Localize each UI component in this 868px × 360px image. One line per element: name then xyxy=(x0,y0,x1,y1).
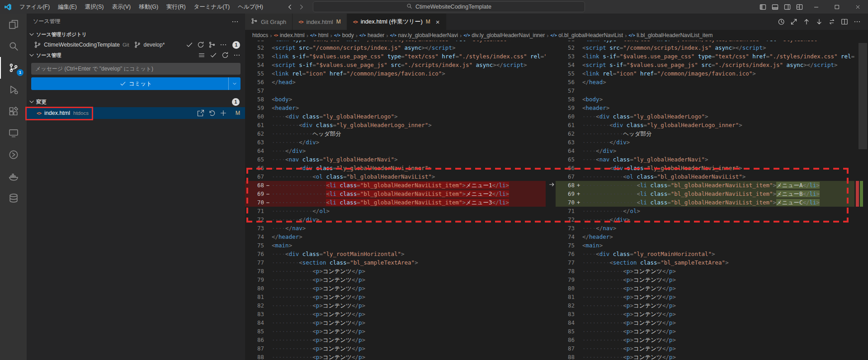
layout-secondary-sidebar-icon[interactable] xyxy=(781,0,793,14)
section-repositories[interactable]: ソース管理リポジトリ xyxy=(27,29,245,39)
commit-icon[interactable] xyxy=(186,41,193,48)
code-line[interactable]: 54<script s-if="$values.use_page_js" src… xyxy=(546,61,854,69)
breadcrumb-item[interactable]: </>div.ly_globalHeaderNavi_inner xyxy=(463,32,545,38)
code-line[interactable]: 69−················<li class="bl_globalH… xyxy=(245,189,546,198)
code-line[interactable]: 85············<p>コンテンツ</p> xyxy=(245,327,546,336)
code-line[interactable]: 55<link rel="icon" href="/common/images/… xyxy=(546,69,854,78)
code-line[interactable]: 54<script s-if="$values.use_page_js" src… xyxy=(245,61,546,69)
code-line[interactable]: 77········<section class="bl_sampleTextA… xyxy=(546,258,854,267)
code-line[interactable]: 56</head> xyxy=(245,78,546,86)
code-line[interactable]: 61········<div class="ly_globalHeaderLog… xyxy=(245,121,546,129)
code-line[interactable]: 73····</nav> xyxy=(546,224,854,232)
code-line[interactable]: 62············ヘッダ部分 xyxy=(546,129,854,138)
code-line[interactable]: 71············</ol> xyxy=(245,207,546,215)
more-actions-icon[interactable] xyxy=(231,18,239,25)
code-line[interactable]: 75<main> xyxy=(546,241,854,250)
discard-changes-icon[interactable] xyxy=(208,109,216,117)
code-line[interactable]: 57 xyxy=(245,86,546,95)
forward-arrow-icon[interactable] xyxy=(298,4,305,10)
code-line[interactable]: 81············<p>コンテンツ</p> xyxy=(546,293,854,301)
previous-change-icon[interactable] xyxy=(801,16,812,28)
database-icon[interactable] xyxy=(0,187,27,209)
refresh-icon[interactable] xyxy=(222,52,229,59)
view-as-list-icon[interactable] xyxy=(198,52,205,59)
code-line[interactable]: 79············<p>コンテンツ</p> xyxy=(245,275,546,284)
code-line[interactable]: 87············<p>コンテンツ</p> xyxy=(546,344,854,353)
open-changes-icon[interactable] xyxy=(788,16,799,28)
code-line[interactable]: 60····<div class="ly_globalHeaderLogo"> xyxy=(245,112,546,121)
next-change-icon[interactable] xyxy=(813,16,825,28)
diff-change-arrow-icon[interactable] xyxy=(547,180,557,189)
code-line[interactable]: 86············<p>コンテンツ</p> xyxy=(546,336,854,344)
code-line[interactable]: 75<main> xyxy=(245,241,546,250)
code-line[interactable]: 63········</div> xyxy=(245,138,546,147)
code-line[interactable]: 65····<nav class="ly_globalHeaderNavi"> xyxy=(245,155,546,164)
code-line[interactable]: 83············<p>コンテンツ</p> xyxy=(546,310,854,318)
explorer-icon[interactable] xyxy=(0,14,27,35)
branch-name[interactable]: develop* xyxy=(144,42,165,48)
breadcrumb-item[interactable]: </>nav.ly_globalHeaderNavi xyxy=(390,32,458,38)
code-line[interactable]: 58<body> xyxy=(546,95,854,104)
overview-ruler[interactable] xyxy=(854,41,868,360)
code-line[interactable]: 88············<p>コンテンツ</p> xyxy=(546,353,854,360)
code-line[interactable]: 59<header> xyxy=(546,104,854,112)
breadcrumb-item[interactable]: </>ol.bl_globalHeaderNaviList xyxy=(551,32,623,38)
command-center[interactable]: CtimeWebsiteCodingTemplate xyxy=(313,1,585,12)
more-actions-icon[interactable] xyxy=(851,16,863,28)
code-line[interactable]: 61········<div class="ly_globalHeaderLog… xyxy=(546,121,854,129)
open-file-icon[interactable] xyxy=(197,109,204,117)
close-tab-icon[interactable]: × xyxy=(436,19,440,25)
code-line[interactable]: 83············<p>コンテンツ</p> xyxy=(245,310,546,318)
code-line[interactable]: 85············<p>コンテンツ</p> xyxy=(546,327,854,336)
repository-item[interactable]: CtimeWebsiteCodingTemplate Git develop* … xyxy=(27,39,245,50)
stage-changes-icon[interactable] xyxy=(220,109,227,117)
run-debug-icon[interactable] xyxy=(0,79,27,100)
code-line[interactable]: 63········</div> xyxy=(546,138,854,147)
code-line[interactable]: 53<link s-if="$values.use_page_css" type… xyxy=(245,52,546,61)
code-line[interactable]: 77········<section class="bl_sampleTextA… xyxy=(245,258,546,267)
extensions-icon[interactable] xyxy=(0,100,27,122)
code-line[interactable]: 82············<p>コンテンツ</p> xyxy=(546,301,854,310)
commit-icon[interactable] xyxy=(210,52,217,59)
code-line[interactable]: 52<script src="/common/scripts/index.js"… xyxy=(546,43,854,52)
changed-file-index-html[interactable]: <> index.html htdocs M xyxy=(27,107,245,119)
code-line[interactable]: 59<header> xyxy=(245,104,546,112)
section-source-control[interactable]: ソース管理 xyxy=(27,50,245,60)
menu-item[interactable]: 移動(G) xyxy=(135,0,162,14)
layout-sidebar-icon[interactable] xyxy=(757,0,769,14)
breadcrumb-item[interactable]: <>index.html xyxy=(274,32,305,38)
code-line[interactable]: 53<link s-if="$values.use_page_css" type… xyxy=(546,52,854,61)
code-line[interactable]: 68−················<li class="bl_globalH… xyxy=(245,181,546,189)
code-line[interactable]: 79············<p>コンテンツ</p> xyxy=(546,275,854,284)
diff-pane-modified[interactable]: 51<link type="text/css" href="/common/st… xyxy=(546,41,854,360)
menu-item[interactable]: 選択(S) xyxy=(81,0,108,14)
breadcrumb-item[interactable]: </>li.bl_globalHeaderNaviList_item xyxy=(628,32,712,38)
menu-item[interactable]: 編集(E) xyxy=(54,0,81,14)
code-line[interactable]: 69+················<li class="bl_globalH… xyxy=(546,189,854,198)
menu-item[interactable]: 表示(V) xyxy=(108,0,135,14)
code-line[interactable]: 64····</div> xyxy=(546,147,854,155)
commit-dropdown-button[interactable] xyxy=(228,77,241,90)
breadcrumb-item[interactable]: htdocs xyxy=(252,32,268,38)
code-line[interactable]: 67············<ol class="bl_globalHeader… xyxy=(245,172,546,181)
more-actions-icon[interactable] xyxy=(233,52,241,59)
menu-item[interactable]: ターミナル(T) xyxy=(190,0,234,14)
code-line[interactable]: 66········<div class="ly_globalHeaderNav… xyxy=(546,164,854,172)
source-control-icon[interactable]: 1 xyxy=(0,57,27,79)
code-line[interactable]: 82············<p>コンテンツ</p> xyxy=(245,301,546,310)
code-line[interactable]: 80············<p>コンテンツ</p> xyxy=(546,284,854,293)
code-line[interactable]: 58<body> xyxy=(245,95,546,104)
tab-index-html[interactable]: <> index.html M xyxy=(292,14,347,30)
code-line[interactable]: 78············<p>コンテンツ</p> xyxy=(245,267,546,275)
code-line[interactable]: 65····<nav class="ly_globalHeaderNavi"> xyxy=(546,155,854,164)
code-line[interactable]: 88············<p>コンテンツ</p> xyxy=(245,353,546,360)
code-line[interactable]: 86············<p>コンテンツ</p> xyxy=(245,336,546,344)
more-actions-icon[interactable] xyxy=(220,41,227,48)
menu-item[interactable]: 実行(R) xyxy=(162,0,189,14)
code-line[interactable]: 74</header> xyxy=(245,232,546,241)
swap-icon[interactable] xyxy=(826,16,837,28)
code-line[interactable]: 70+················<li class="bl_globalH… xyxy=(546,198,854,207)
tab-git-graph[interactable]: Git Graph xyxy=(245,14,292,30)
back-arrow-icon[interactable] xyxy=(287,4,293,10)
breadcrumb-item[interactable]: </>html xyxy=(310,32,329,38)
